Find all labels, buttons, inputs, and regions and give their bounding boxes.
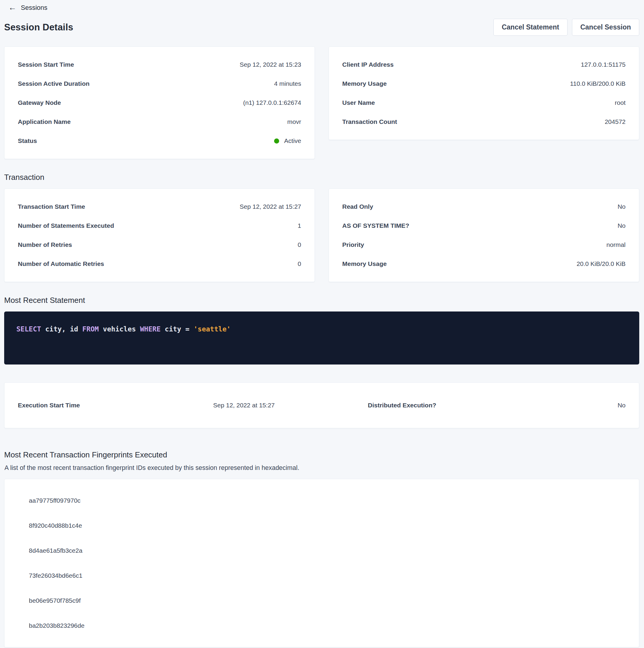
arrow-left-icon: ← xyxy=(8,4,16,12)
row-label: Execution Start Time xyxy=(18,402,80,409)
summary-row-session-active-duration: Session Active Duration 4 minutes xyxy=(18,74,301,93)
row-label: Memory Usage xyxy=(342,80,387,87)
row-value: 127.0.0.1:51175 xyxy=(581,61,626,68)
row-label: Number of Statements Executed xyxy=(18,222,114,229)
status-label: Active xyxy=(284,137,301,145)
row-label: Read Only xyxy=(342,203,373,210)
row-value: root xyxy=(615,99,626,106)
txn-row-retries: Number of Retries 0 xyxy=(18,235,301,254)
row-label: Number of Retries xyxy=(18,241,72,248)
row-label: AS OF SYSTEM TIME? xyxy=(342,222,409,229)
session-summary-row: Session Start Time Sep 12, 2022 at 15:23… xyxy=(4,47,639,159)
row-value: Sep 12, 2022 at 15:27 xyxy=(213,402,275,409)
row-label: Transaction Start Time xyxy=(18,203,85,210)
transaction-cards-row: Transaction Start Time Sep 12, 2022 at 1… xyxy=(4,188,639,282)
row-value: 4 minutes xyxy=(274,80,301,87)
distributed-execution-pair: Distributed Execution? No xyxy=(322,402,626,409)
session-details-page: ← Sessions Session Details Cancel Statem… xyxy=(0,0,644,648)
breadcrumb-label[interactable]: Sessions xyxy=(21,4,47,12)
row-label: Transaction Count xyxy=(342,118,397,125)
txn-row-as-of-system-time: AS OF SYSTEM TIME? No xyxy=(342,216,626,235)
sql-keyword: WHERE xyxy=(140,325,160,333)
txn-row-memory-usage: Memory Usage 20.0 KiB/20.0 KiB xyxy=(342,254,626,273)
row-label: Session Active Duration xyxy=(18,80,90,87)
transaction-card-right: Read Only No AS OF SYSTEM TIME? No Prior… xyxy=(329,188,639,282)
fingerprint-item: be06e9570f785c9f xyxy=(18,588,626,613)
row-label: Memory Usage xyxy=(342,260,387,267)
sql-text: city = xyxy=(161,325,194,333)
sql-string-literal: 'seattle' xyxy=(193,325,231,333)
sql-keyword: SELECT xyxy=(16,325,41,333)
summary-row-session-start-time: Session Start Time Sep 12, 2022 at 15:23 xyxy=(18,55,301,74)
row-label: Distributed Execution? xyxy=(368,402,436,409)
txn-row-start-time: Transaction Start Time Sep 12, 2022 at 1… xyxy=(18,197,301,216)
txn-row-read-only: Read Only No xyxy=(342,197,626,216)
row-label: User Name xyxy=(342,99,375,106)
txn-row-automatic-retries: Number of Automatic Retries 0 xyxy=(18,254,301,273)
summary-row-user-name: User Name root xyxy=(342,93,626,112)
row-value: 110.0 KiB/200.0 KiB xyxy=(570,80,626,87)
fingerprints-card: aa79775ff097970c 8f920c40d88b1c4e 8d4ae6… xyxy=(4,479,639,647)
fingerprint-item: 73fe26034bd6e6c1 xyxy=(18,563,626,588)
row-value: 20.0 KiB/20.0 KiB xyxy=(576,260,626,267)
summary-row-status: Status Active xyxy=(18,131,301,150)
cancel-session-button[interactable]: Cancel Session xyxy=(572,19,639,36)
row-value: 0 xyxy=(298,260,301,267)
txn-row-priority: Priority normal xyxy=(342,235,626,254)
row-label: Number of Automatic Retries xyxy=(18,260,104,267)
row-value: Sep 12, 2022 at 15:23 xyxy=(240,61,301,68)
row-value: movr xyxy=(287,118,301,125)
cancel-statement-button[interactable]: Cancel Statement xyxy=(493,19,568,36)
session-summary-card-left: Session Start Time Sep 12, 2022 at 15:23… xyxy=(4,47,315,159)
back-link-sessions[interactable]: ← Sessions xyxy=(8,4,47,12)
fingerprint-item: 8f920c40d88b1c4e xyxy=(18,513,626,538)
row-label: Status xyxy=(18,137,37,145)
fingerprints-description: A list of the most recent transaction fi… xyxy=(4,464,639,472)
row-value: No xyxy=(618,402,626,409)
header-actions: Cancel Statement Cancel Session xyxy=(493,19,639,36)
row-label: Gateway Node xyxy=(18,99,61,106)
sql-keyword: FROM xyxy=(82,325,99,333)
transaction-card-left: Transaction Start Time Sep 12, 2022 at 1… xyxy=(4,188,315,282)
sql-statement-box: SELECT city, id FROM vehicles WHERE city… xyxy=(4,312,639,365)
section-heading-transaction: Transaction xyxy=(4,173,639,182)
section-heading-most-recent-statement: Most Recent Statement xyxy=(4,296,639,305)
row-value: No xyxy=(618,222,626,229)
row-label: Session Start Time xyxy=(18,61,74,68)
row-label: Priority xyxy=(342,241,364,248)
title-row: Session Details Cancel Statement Cancel … xyxy=(4,19,639,36)
fingerprint-item: 8d4ae61a5fb3ce2a xyxy=(18,538,626,563)
summary-row-application-name: Application Name movr xyxy=(18,112,301,131)
sql-text: city, id xyxy=(41,325,82,333)
txn-row-statements-executed: Number of Statements Executed 1 xyxy=(18,216,301,235)
gateway-node-link[interactable]: (n1) 127.0.0.1:62674 xyxy=(243,99,301,106)
summary-row-gateway-node: Gateway Node (n1) 127.0.0.1:62674 xyxy=(18,93,301,112)
row-value: 1 xyxy=(298,222,301,229)
page-title: Session Details xyxy=(4,22,73,33)
summary-row-memory-usage: Memory Usage 110.0 KiB/200.0 KiB xyxy=(342,74,626,93)
row-value: 0 xyxy=(298,241,301,248)
fingerprint-item: aa79775ff097970c xyxy=(18,488,626,513)
sql-text: vehicles xyxy=(99,325,140,333)
execution-card: Execution Start Time Sep 12, 2022 at 15:… xyxy=(4,382,639,428)
status-active-dot-icon xyxy=(274,139,279,144)
execution-start-time-pair: Execution Start Time Sep 12, 2022 at 15:… xyxy=(18,402,322,409)
row-value: No xyxy=(618,203,626,210)
fingerprint-item: ba2b203b823296de xyxy=(18,613,626,638)
row-value: normal xyxy=(606,241,626,248)
summary-row-transaction-count: Transaction Count 204572 xyxy=(342,112,626,131)
session-summary-card-right: Client IP Address 127.0.0.1:51175 Memory… xyxy=(329,47,639,140)
section-heading-fingerprints: Most Recent Transaction Fingerprints Exe… xyxy=(4,450,639,460)
status-badge: Active xyxy=(274,137,301,145)
row-value: 204572 xyxy=(605,118,626,125)
summary-row-client-ip: Client IP Address 127.0.0.1:51175 xyxy=(342,55,626,74)
row-label: Application Name xyxy=(18,118,70,125)
row-value: Sep 12, 2022 at 15:27 xyxy=(240,203,301,210)
row-label: Client IP Address xyxy=(342,61,394,68)
